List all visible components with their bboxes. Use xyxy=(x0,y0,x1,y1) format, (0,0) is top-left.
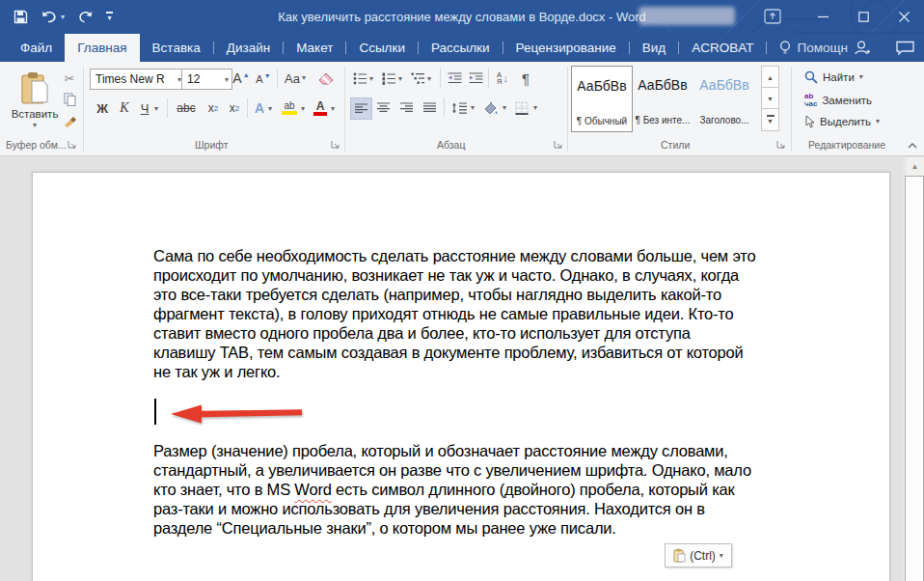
text-line: кто знает, что в MS Word есть символ дли… xyxy=(153,480,755,499)
comments-button[interactable] xyxy=(896,41,914,56)
underline-button[interactable]: Ч xyxy=(137,98,152,118)
paragraph-dialog-launcher[interactable] xyxy=(554,140,563,150)
cut-button[interactable]: ✂ xyxy=(60,69,79,87)
minimize-icon xyxy=(818,12,829,22)
shrink-font-button[interactable]: А▼ xyxy=(254,69,273,89)
styles-more-button[interactable]: ▼ xyxy=(761,108,779,131)
undo-button[interactable]: ▾ xyxy=(41,11,65,24)
font-color-bar xyxy=(313,112,327,116)
bullets-icon xyxy=(353,72,367,85)
tab-макет[interactable]: Макет xyxy=(284,34,345,62)
paste-label: Вставить xyxy=(12,108,59,120)
style-card[interactable]: АаБбВвЗаголово... xyxy=(694,66,754,130)
grow-font-button[interactable]: А▲ xyxy=(231,68,252,89)
ribbon: Вставить ▾ ✂ Буфер обм... xyxy=(0,62,924,156)
paste-button[interactable]: Вставить ▾ xyxy=(10,66,60,135)
change-case-button[interactable]: Аа▾ xyxy=(281,68,310,89)
group-styles: АаБбВв¶ ОбычныйАаБбВв¶ Без инте...АаБбВв… xyxy=(568,62,790,155)
increase-indent-button[interactable] xyxy=(466,69,485,88)
bold-button[interactable]: Ж xyxy=(94,98,111,118)
replace-icon: ab⤷ac xyxy=(804,93,817,107)
share-button[interactable] xyxy=(854,40,871,56)
styles-scroll-down-button[interactable]: ▼ xyxy=(761,87,779,110)
tab-label: Рецензирование xyxy=(516,41,616,55)
superscript-button[interactable]: x2 xyxy=(225,98,244,118)
tab-label: Файл xyxy=(20,41,52,55)
tab-рецензирование[interactable]: Рецензирование xyxy=(503,34,629,62)
tab-вид[interactable]: Вид xyxy=(630,34,678,62)
find-label: Найти xyxy=(823,71,855,83)
redo-button[interactable] xyxy=(78,11,93,24)
paragraph[interactable]: Сама по себе необходимость сделать расст… xyxy=(153,246,755,381)
replace-button[interactable]: ab⤷ac Заменить xyxy=(804,93,872,107)
paste-options-button[interactable]: (Ctrl) ▾ xyxy=(665,543,732,567)
tab-acrobat[interactable]: ACROBAT xyxy=(679,34,766,62)
find-button[interactable]: Найти ▾ xyxy=(804,70,863,84)
borders-button[interactable] xyxy=(511,97,532,118)
multilevel-list-button[interactable] xyxy=(409,69,426,88)
document-page[interactable]: Сама по себе необходимость сделать расст… xyxy=(32,172,890,581)
collapse-ribbon-button[interactable] xyxy=(905,139,920,152)
underline-caret-icon: ▾ xyxy=(154,105,158,113)
document-text[interactable]: Сама по себе необходимость сделать расст… xyxy=(153,246,755,538)
clipboard-dialog-launcher[interactable] xyxy=(68,140,77,150)
tab-дизайн[interactable]: Дизайн xyxy=(214,34,283,62)
tab-файл[interactable]: Файл xyxy=(8,34,65,62)
align-right-button[interactable] xyxy=(396,97,417,118)
line-spacing-button[interactable] xyxy=(448,97,470,118)
tab-label: Вставка xyxy=(152,41,201,55)
tab-рассылки[interactable]: Рассылки xyxy=(419,34,503,62)
window-controls xyxy=(802,0,924,34)
qat-customize-button[interactable]: ▾ xyxy=(106,12,113,21)
style-card[interactable]: АаБбВв¶ Без инте... xyxy=(633,66,693,130)
numbering-button[interactable] xyxy=(380,69,397,88)
save-button[interactable] xyxy=(14,10,28,24)
align-left-button[interactable] xyxy=(350,97,372,120)
strikethrough-button[interactable]: abc xyxy=(173,98,200,118)
show-marks-button[interactable]: ¶ xyxy=(517,68,534,89)
italic-button[interactable]: К xyxy=(117,98,132,118)
window-title: Как увеличить расстояние между словами в… xyxy=(0,0,924,34)
sort-button[interactable]: А Я ↓ xyxy=(492,68,513,89)
tab-вставка[interactable]: Вставка xyxy=(140,34,213,62)
format-painter-button[interactable] xyxy=(60,112,79,129)
maximize-button[interactable] xyxy=(843,0,883,34)
font-name-combobox[interactable]: Times New R ▾ xyxy=(90,69,185,90)
font-color-button[interactable]: А xyxy=(312,98,329,118)
tab-ссылки[interactable]: Ссылки xyxy=(346,34,418,62)
ribbon-tabs: ФайлГлавнаяВставкаДизайнМакетСсылкиРассы… xyxy=(8,34,860,62)
ribbon-display-options-icon xyxy=(764,9,781,24)
vertical-scrollbar[interactable]: ▲ xyxy=(903,156,924,581)
undo-caret-icon: ▾ xyxy=(61,14,65,21)
style-card[interactable]: АаБбВв¶ Обычный xyxy=(571,66,633,132)
numbering-icon xyxy=(382,72,396,85)
paragraph[interactable]: Размер (значение) пробела, который и обо… xyxy=(153,441,755,538)
justify-button[interactable] xyxy=(420,97,440,118)
tab-главная[interactable]: Главная xyxy=(65,34,139,62)
clear-formatting-button[interactable] xyxy=(315,68,337,89)
select-caret-icon: ▾ xyxy=(876,118,880,125)
minimize-button[interactable] xyxy=(802,0,843,34)
save-icon xyxy=(14,10,28,24)
shading-button[interactable] xyxy=(480,97,502,118)
ribbon-display-options-button[interactable] xyxy=(764,9,781,24)
subscript-button[interactable]: x2 xyxy=(204,98,223,118)
copy-button[interactable] xyxy=(60,91,79,108)
scrollbar-thumb[interactable] xyxy=(905,176,924,581)
text-highlight-button[interactable]: ab xyxy=(279,98,300,118)
tab-помощн[interactable]: Помощн xyxy=(767,34,860,62)
decrease-indent-button[interactable] xyxy=(445,69,464,88)
align-center-button[interactable] xyxy=(373,97,394,118)
shading-icon xyxy=(483,101,499,115)
styles-dialog-launcher[interactable] xyxy=(776,140,786,150)
font-size-combobox[interactable]: 12 ▾ xyxy=(181,69,232,90)
chevron-down-icon: ▼ xyxy=(767,96,774,102)
styles-scroll-up-button[interactable]: ▲ xyxy=(761,66,779,89)
font-dialog-launcher[interactable] xyxy=(331,140,340,150)
tab-label: Ссылки xyxy=(359,41,405,55)
bullets-button[interactable] xyxy=(351,69,368,88)
scroll-up-button[interactable]: ▲ xyxy=(905,156,924,177)
close-button[interactable] xyxy=(883,0,924,34)
select-button[interactable]: Выделить ▾ xyxy=(804,115,880,128)
text-effects-button[interactable]: А xyxy=(251,98,268,118)
